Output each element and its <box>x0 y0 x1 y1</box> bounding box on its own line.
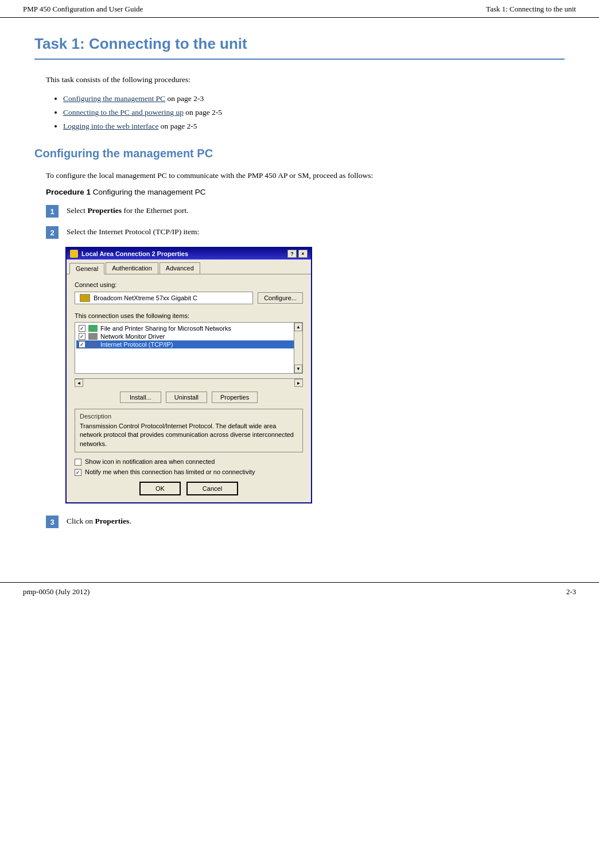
windows-dialog: Local Area Connection 2 Properties ? × G… <box>65 247 312 503</box>
dialog-title-group: Local Area Connection 2 Properties <box>70 250 188 258</box>
ok-button[interactable]: OK <box>139 482 181 495</box>
list-item[interactable]: Network Monitor Driver <box>76 332 301 340</box>
dialog-action-buttons: Install... Uninstall Properties <box>75 392 303 403</box>
step-text-2: Select the Internet Protocol (TCP/IP) it… <box>67 226 199 238</box>
connect-using-row: Broadcom NetXtreme 57xx Gigabit C Config… <box>75 292 303 304</box>
connect-using-label: Connect using: <box>75 281 303 288</box>
procedure-label-bold: Procedure 1 <box>46 188 91 196</box>
horizontal-scrollbar[interactable]: ◄ ► <box>75 378 303 387</box>
nic-icon <box>80 294 90 302</box>
scroll-left-arrow[interactable]: ◄ <box>75 379 83 387</box>
main-content: Task 1: Connecting to the unit This task… <box>0 18 599 559</box>
list-item: Configuring the management PC on page 2-… <box>63 92 565 106</box>
cancel-button[interactable]: Cancel <box>186 482 238 495</box>
step-number-1: 1 <box>46 205 59 218</box>
install-button[interactable]: Install... <box>120 392 161 403</box>
description-text: Transmission Control Protocol/Internet P… <box>80 422 298 448</box>
nic-name: Broadcom NetXtreme 57xx Gigabit C <box>94 294 197 301</box>
item-checkbox-2[interactable] <box>79 333 85 340</box>
dialog-ok-cancel: OK Cancel <box>75 482 303 495</box>
step-text-1: Select Properties for the Ethernet port. <box>67 204 189 217</box>
step-number-3: 3 <box>46 516 59 528</box>
protocol-icon <box>88 341 98 348</box>
body-text: To configure the local management PC to … <box>46 169 565 182</box>
show-icon-label: Show icon in notification area when conn… <box>85 458 215 465</box>
file-printer-icon <box>88 325 98 332</box>
link-connecting-pc[interactable]: Connecting to the PC and powering up <box>63 108 184 117</box>
nic-box: Broadcom NetXtreme 57xx Gigabit C <box>75 292 253 304</box>
notif-row-1: Show icon in notification area when conn… <box>75 458 303 466</box>
item-label-3: Internet Protocol (TCP/IP) <box>100 341 173 348</box>
items-list: File and Printer Sharing for Microsoft N… <box>75 323 302 350</box>
footer-right: 2-3 <box>566 587 576 596</box>
network-connection-icon <box>70 250 78 258</box>
header-right: Task 1: Connecting to the unit <box>486 5 576 14</box>
scroll-up-arrow[interactable]: ▲ <box>294 323 302 331</box>
tab-general[interactable]: General <box>69 263 104 274</box>
tab-advanced[interactable]: Advanced <box>160 262 200 274</box>
procedure-label-text: Configuring the management PC <box>91 188 205 196</box>
items-label: This connection uses the following items… <box>75 312 303 319</box>
properties-button[interactable]: Properties <box>212 392 258 403</box>
step-text-3: Click on Properties. <box>67 515 131 528</box>
title-rule <box>34 59 565 60</box>
step-1: 1 Select Properties for the Ethernet por… <box>46 204 565 218</box>
vertical-scrollbar[interactable]: ▲ ▼ <box>294 323 302 373</box>
page-footer: pmp-0050 (July 2012) 2-3 <box>0 582 599 601</box>
step-2: 2 Select the Internet Protocol (TCP/IP) … <box>46 226 565 239</box>
notify-limited-checkbox[interactable] <box>75 469 81 476</box>
configure-button[interactable]: Configure... <box>258 292 303 304</box>
description-group: Description Transmission Control Protoco… <box>75 409 303 452</box>
section-heading: Configuring the management PC <box>34 147 565 160</box>
bullet-list: Configuring the management PC on page 2-… <box>63 92 565 134</box>
list-item-selected[interactable]: Internet Protocol (TCP/IP) <box>76 340 301 348</box>
notif-row-2: Notify me when this connection has limit… <box>75 468 303 476</box>
network-monitor-icon <box>88 333 98 340</box>
titlebar-buttons: ? × <box>287 250 308 258</box>
description-label: Description <box>80 413 298 420</box>
step-number-2: 2 <box>46 226 59 239</box>
scroll-down-arrow[interactable]: ▼ <box>294 365 302 373</box>
intro-text: This task consists of the following proc… <box>46 73 565 86</box>
item-checkbox-3[interactable] <box>79 341 85 348</box>
header-left: PMP 450 Configuration and User Guide <box>23 5 143 14</box>
tab-authentication[interactable]: Authentication <box>106 262 158 274</box>
dialog-body: Connect using: Broadcom NetXtreme 57xx G… <box>67 274 311 502</box>
footer-left: pmp-0050 (July 2012) <box>23 587 90 596</box>
notify-limited-label: Notify me when this connection has limit… <box>85 468 255 475</box>
step-3: 3 Click on Properties. <box>46 515 565 528</box>
show-icon-checkbox[interactable] <box>75 459 81 466</box>
link-logging-in[interactable]: Logging into the web interface <box>63 122 158 130</box>
uninstall-button[interactable]: Uninstall <box>166 392 207 403</box>
close-button[interactable]: × <box>298 250 308 258</box>
step-bold-properties: Properties <box>87 206 122 215</box>
dialog-tabs: General Authentication Advanced <box>67 259 311 274</box>
step-bold-properties-3: Properties <box>95 517 130 525</box>
item-checkbox-1[interactable] <box>79 325 85 332</box>
link-configuring-pc[interactable]: Configuring the management PC <box>63 94 165 103</box>
item-label-1: File and Printer Sharing for Microsoft N… <box>100 325 231 332</box>
item-label-2: Network Monitor Driver <box>100 333 165 340</box>
dialog-titlebar: Local Area Connection 2 Properties ? × <box>67 248 311 259</box>
page-header: PMP 450 Configuration and User Guide Tas… <box>0 0 599 18</box>
page-title: Task 1: Connecting to the unit <box>34 35 565 53</box>
list-item: Connecting to the PC and powering up on … <box>63 106 565 119</box>
list-item[interactable]: File and Printer Sharing for Microsoft N… <box>76 324 301 332</box>
scroll-right-arrow[interactable]: ► <box>294 379 303 387</box>
items-list-box: File and Printer Sharing for Microsoft N… <box>75 322 303 374</box>
dialog-title-text: Local Area Connection 2 Properties <box>81 250 188 257</box>
procedure-label: Procedure 1 Configuring the management P… <box>46 188 565 196</box>
dialog-container: Local Area Connection 2 Properties ? × G… <box>65 247 565 503</box>
list-item: Logging into the web interface on page 2… <box>63 119 565 133</box>
help-button[interactable]: ? <box>287 250 297 258</box>
